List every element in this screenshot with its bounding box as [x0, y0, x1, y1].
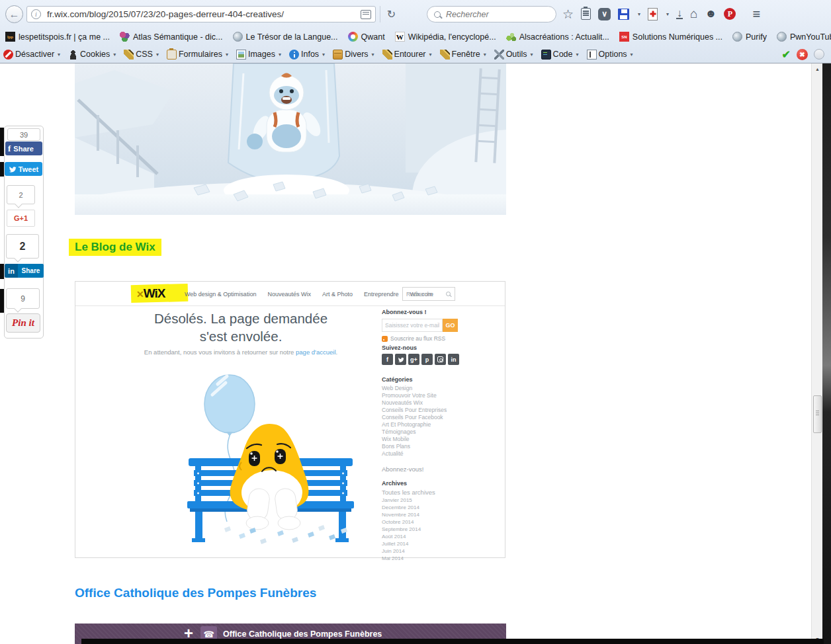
bookmark-pwnyoutube[interactable]: PwnYouTube: [777, 32, 831, 42]
social-share-widget: 39 fShare Tweet 2 G+1 2 inShare 9 Pin it: [4, 126, 44, 339]
archive-link[interactable]: Novembre 2014: [382, 511, 435, 518]
pinterest-addon-icon[interactable]: P: [724, 8, 736, 20]
archive-link[interactable]: Janvier 2015: [382, 497, 435, 504]
webdev-menu-css[interactable]: CSS▾: [124, 50, 159, 60]
sn-favicon: SN: [619, 32, 629, 42]
bookmark-solutions-numeriques[interactable]: SNSolutions Numériques ...: [619, 32, 722, 42]
vertical-scrollbar[interactable]: ▲ ▼: [811, 63, 822, 644]
webdev-menu-desactiver[interactable]: Désactiver▾: [3, 50, 60, 60]
save-dropdown-icon[interactable]: ▾: [638, 11, 640, 17]
sad-character-illustration: [178, 364, 363, 549]
error-cross-icon[interactable]: ✖: [797, 49, 808, 60]
bookmark-lespetitspois[interactable]: lpplespetitspois.fr | ça me ...: [5, 32, 110, 42]
webdev-menu-infos[interactable]: Infos▾: [289, 50, 325, 60]
wix-logo[interactable]: ✕WiX: [136, 286, 165, 301]
search-bar[interactable]: [427, 6, 556, 22]
hamburger-menu-icon[interactable]: ≡: [752, 7, 760, 22]
gplus-count: 2: [7, 185, 35, 204]
article-hero-image: [75, 63, 506, 215]
wix-nav-entreprendre[interactable]: Entreprendre: [364, 291, 399, 298]
category-link[interactable]: Web Design: [382, 385, 447, 392]
archive-link[interactable]: Septembre 2014: [382, 526, 435, 533]
wix-404-screenshot[interactable]: ✕WiX Web design & Optimisation Nouveauté…: [75, 281, 505, 558]
category-link[interactable]: Témoignages: [382, 428, 447, 436]
idle-status-icon[interactable]: [814, 49, 824, 60]
linkedin-icon[interactable]: in: [448, 354, 459, 365]
category-link[interactable]: Bons Plans: [382, 443, 447, 450]
bookmark-qwant[interactable]: Qwant: [348, 32, 385, 42]
wix-nav-nouveautes[interactable]: Nouveautés Wix: [267, 291, 311, 298]
bookmark-atlas-semantique[interactable]: Atlas Sémantique - dic...: [120, 32, 222, 42]
scroll-up-arrow[interactable]: ▲: [812, 63, 823, 74]
wix-search-input[interactable]: [406, 291, 445, 298]
reader-mode-icon[interactable]: [361, 10, 371, 19]
rss-subscribe-link[interactable]: Souscrire au flux RSS: [382, 335, 445, 342]
webdev-menu-outils[interactable]: Outils▾: [494, 50, 533, 60]
category-link[interactable]: Conseils Pour Entreprises: [382, 407, 447, 414]
subscribe-link[interactable]: Abonnez-vous!: [382, 465, 423, 473]
webdev-menu-cookies[interactable]: Cookies▾: [68, 50, 116, 60]
archive-link[interactable]: Mai 2014: [382, 555, 435, 562]
bookmark-alsacreations[interactable]: Alsacréations : Actualit...: [506, 32, 609, 42]
wix-nav-webdesign[interactable]: Web design & Optimisation: [185, 291, 256, 298]
pinterest-icon[interactable]: p: [421, 354, 433, 365]
webdev-menu-code[interactable]: Code▾: [541, 50, 579, 60]
pin-it-button[interactable]: Pin it: [6, 313, 40, 333]
archive-link[interactable]: Juillet 2014: [382, 540, 435, 547]
home-page-link[interactable]: page d'accueil: [296, 348, 335, 356]
category-link[interactable]: Actualité: [382, 450, 447, 458]
wix-nav-artphoto[interactable]: Art & Photo: [322, 291, 353, 298]
smiley-addon-icon[interactable]: ☻: [705, 7, 717, 20]
print-edit-addon-icon[interactable]: [648, 8, 658, 20]
validation-check-icon[interactable]: ✔: [782, 48, 791, 61]
site-info-icon[interactable]: i: [31, 9, 41, 19]
category-link[interactable]: Nouveautés Wix: [382, 399, 447, 407]
home-icon[interactable]: ⌂: [690, 7, 697, 21]
linkedin-share-button[interactable]: inShare: [5, 264, 44, 278]
downloads-icon[interactable]: ↓: [676, 9, 683, 19]
pocket-icon[interactable]: ∨: [598, 8, 611, 20]
reload-button[interactable]: ↻: [380, 6, 402, 22]
url-bar[interactable]: i fr.wix.com/blog/2015/07/23/20-pages-de…: [26, 6, 376, 22]
facebook-icon[interactable]: f: [382, 354, 393, 365]
twitter-icon[interactable]: [395, 354, 406, 365]
search-input[interactable]: [446, 10, 539, 19]
archive-link[interactable]: Juin 2014: [382, 547, 435, 555]
back-button[interactable]: ←: [5, 5, 23, 23]
tweet-button[interactable]: Tweet: [5, 162, 42, 176]
wix-social-icons: f g+ p in: [382, 354, 459, 365]
webdev-menu-formulaires[interactable]: Formulaires▾: [167, 50, 228, 60]
archive-link[interactable]: Août 2014: [382, 533, 435, 540]
archive-link[interactable]: Decembre 2014: [382, 504, 435, 511]
facebook-share-button[interactable]: fShare: [5, 141, 42, 155]
email-field[interactable]: [382, 319, 443, 332]
category-link[interactable]: Art Et Photographie: [382, 421, 447, 428]
webdev-menu-images[interactable]: Images▾: [236, 50, 281, 60]
gplus-button[interactable]: G+1: [7, 210, 35, 227]
addon-dropdown-icon[interactable]: ▾: [666, 11, 669, 17]
facebook-share-count: 39: [7, 128, 40, 141]
category-link[interactable]: Conseils Pour Facebook: [382, 414, 447, 421]
url-text[interactable]: fr.wix.com/blog/2015/07/23/20-pages-derr…: [47, 9, 361, 19]
category-link[interactable]: Wix Mobile: [382, 436, 447, 443]
save-page-icon[interactable]: [618, 9, 629, 20]
archive-link[interactable]: Toutes les archives: [382, 489, 435, 497]
bookmark-purify[interactable]: Purify: [732, 32, 767, 42]
webdev-menu-divers[interactable]: Divers▾: [333, 50, 374, 60]
webdev-menu-fenetre[interactable]: Fenêtre▾: [440, 50, 486, 60]
webdev-menu-options[interactable]: Options▾: [587, 50, 633, 60]
wix-search-box[interactable]: [402, 287, 455, 301]
bookmark-wikipedia[interactable]: WWikipédia, l'encyclopé...: [395, 32, 496, 42]
facebook-f-icon: f: [8, 143, 11, 154]
archive-link[interactable]: Octobre 2014: [382, 518, 435, 526]
wikipedia-favicon: W: [395, 32, 405, 42]
webdev-menu-entourer[interactable]: Entourer▾: [382, 50, 432, 60]
googleplus-icon[interactable]: g+: [408, 354, 419, 365]
category-link[interactable]: Promouvoir Votre Site: [382, 392, 447, 399]
go-button[interactable]: GO: [443, 319, 458, 332]
scrollbar-thumb[interactable]: [813, 395, 822, 433]
bookmark-star-icon[interactable]: ☆: [562, 7, 574, 22]
instagram-icon[interactable]: [435, 354, 446, 365]
bookmark-tresor-langue[interactable]: Le Trésor de la Langue...: [233, 32, 338, 42]
bookmarks-menu-icon[interactable]: [581, 8, 591, 20]
